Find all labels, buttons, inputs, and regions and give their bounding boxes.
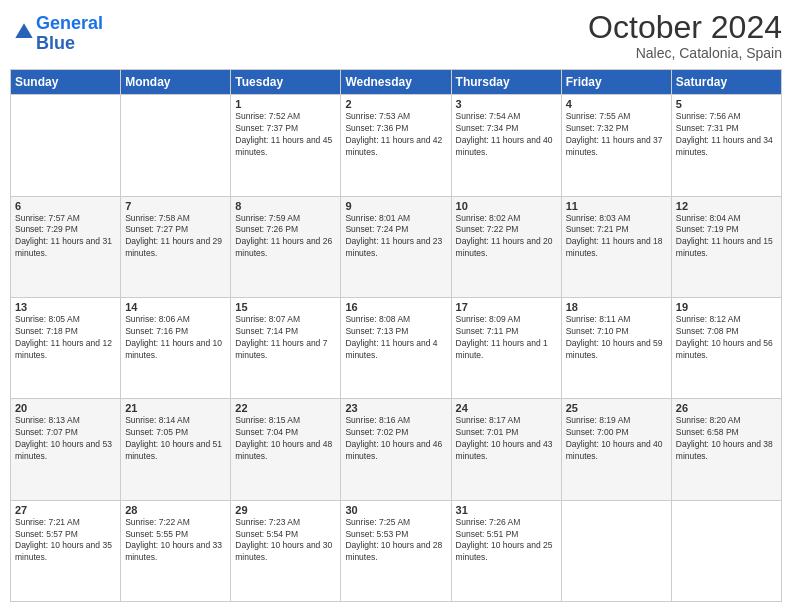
day-info: Sunrise: 8:04 AM Sunset: 7:19 PM Dayligh…: [676, 213, 777, 261]
col-saturday: Saturday: [671, 70, 781, 95]
day-info: Sunrise: 7:59 AM Sunset: 7:26 PM Dayligh…: [235, 213, 336, 261]
day-number: 29: [235, 504, 336, 516]
subtitle: Nalec, Catalonia, Spain: [588, 45, 782, 61]
header-row: Sunday Monday Tuesday Wednesday Thursday…: [11, 70, 782, 95]
day-number: 19: [676, 301, 777, 313]
day-cell: [561, 500, 671, 601]
day-number: 30: [345, 504, 446, 516]
day-cell: 27Sunrise: 7:21 AM Sunset: 5:57 PM Dayli…: [11, 500, 121, 601]
day-number: 23: [345, 402, 446, 414]
day-number: 1: [235, 98, 336, 110]
week-row-1: 6Sunrise: 7:57 AM Sunset: 7:29 PM Daylig…: [11, 196, 782, 297]
day-cell: 4Sunrise: 7:55 AM Sunset: 7:32 PM Daylig…: [561, 95, 671, 196]
logo-text: General Blue: [36, 14, 103, 54]
day-cell: 28Sunrise: 7:22 AM Sunset: 5:55 PM Dayli…: [121, 500, 231, 601]
day-number: 6: [15, 200, 116, 212]
day-cell: 29Sunrise: 7:23 AM Sunset: 5:54 PM Dayli…: [231, 500, 341, 601]
day-number: 10: [456, 200, 557, 212]
day-number: 25: [566, 402, 667, 414]
day-cell: 13Sunrise: 8:05 AM Sunset: 7:18 PM Dayli…: [11, 297, 121, 398]
day-cell: 26Sunrise: 8:20 AM Sunset: 6:58 PM Dayli…: [671, 399, 781, 500]
day-cell: 8Sunrise: 7:59 AM Sunset: 7:26 PM Daylig…: [231, 196, 341, 297]
week-row-2: 13Sunrise: 8:05 AM Sunset: 7:18 PM Dayli…: [11, 297, 782, 398]
day-info: Sunrise: 8:06 AM Sunset: 7:16 PM Dayligh…: [125, 314, 226, 362]
day-cell: 18Sunrise: 8:11 AM Sunset: 7:10 PM Dayli…: [561, 297, 671, 398]
day-cell: 7Sunrise: 7:58 AM Sunset: 7:27 PM Daylig…: [121, 196, 231, 297]
day-cell: [11, 95, 121, 196]
day-cell: 9Sunrise: 8:01 AM Sunset: 7:24 PM Daylig…: [341, 196, 451, 297]
day-info: Sunrise: 7:57 AM Sunset: 7:29 PM Dayligh…: [15, 213, 116, 261]
day-cell: 15Sunrise: 8:07 AM Sunset: 7:14 PM Dayli…: [231, 297, 341, 398]
day-info: Sunrise: 8:13 AM Sunset: 7:07 PM Dayligh…: [15, 415, 116, 463]
day-info: Sunrise: 8:14 AM Sunset: 7:05 PM Dayligh…: [125, 415, 226, 463]
day-number: 15: [235, 301, 336, 313]
day-number: 28: [125, 504, 226, 516]
day-info: Sunrise: 7:25 AM Sunset: 5:53 PM Dayligh…: [345, 517, 446, 565]
day-info: Sunrise: 7:26 AM Sunset: 5:51 PM Dayligh…: [456, 517, 557, 565]
day-number: 24: [456, 402, 557, 414]
day-number: 14: [125, 301, 226, 313]
calendar-body: 1Sunrise: 7:52 AM Sunset: 7:37 PM Daylig…: [11, 95, 782, 602]
day-number: 22: [235, 402, 336, 414]
day-info: Sunrise: 8:17 AM Sunset: 7:01 PM Dayligh…: [456, 415, 557, 463]
day-info: Sunrise: 8:15 AM Sunset: 7:04 PM Dayligh…: [235, 415, 336, 463]
day-cell: 23Sunrise: 8:16 AM Sunset: 7:02 PM Dayli…: [341, 399, 451, 500]
day-number: 17: [456, 301, 557, 313]
day-info: Sunrise: 8:12 AM Sunset: 7:08 PM Dayligh…: [676, 314, 777, 362]
day-number: 5: [676, 98, 777, 110]
col-thursday: Thursday: [451, 70, 561, 95]
title-block: October 2024 Nalec, Catalonia, Spain: [588, 10, 782, 61]
day-number: 8: [235, 200, 336, 212]
day-info: Sunrise: 7:54 AM Sunset: 7:34 PM Dayligh…: [456, 111, 557, 159]
col-wednesday: Wednesday: [341, 70, 451, 95]
day-number: 9: [345, 200, 446, 212]
day-info: Sunrise: 7:21 AM Sunset: 5:57 PM Dayligh…: [15, 517, 116, 565]
day-number: 2: [345, 98, 446, 110]
day-cell: 25Sunrise: 8:19 AM Sunset: 7:00 PM Dayli…: [561, 399, 671, 500]
day-info: Sunrise: 8:09 AM Sunset: 7:11 PM Dayligh…: [456, 314, 557, 362]
day-number: 26: [676, 402, 777, 414]
day-number: 4: [566, 98, 667, 110]
day-info: Sunrise: 8:01 AM Sunset: 7:24 PM Dayligh…: [345, 213, 446, 261]
col-friday: Friday: [561, 70, 671, 95]
calendar: Sunday Monday Tuesday Wednesday Thursday…: [10, 69, 782, 602]
day-info: Sunrise: 8:16 AM Sunset: 7:02 PM Dayligh…: [345, 415, 446, 463]
month-title: October 2024: [588, 10, 782, 45]
day-cell: 19Sunrise: 8:12 AM Sunset: 7:08 PM Dayli…: [671, 297, 781, 398]
day-cell: [121, 95, 231, 196]
day-cell: 17Sunrise: 8:09 AM Sunset: 7:11 PM Dayli…: [451, 297, 561, 398]
day-number: 18: [566, 301, 667, 313]
day-cell: 31Sunrise: 7:26 AM Sunset: 5:51 PM Dayli…: [451, 500, 561, 601]
day-cell: 30Sunrise: 7:25 AM Sunset: 5:53 PM Dayli…: [341, 500, 451, 601]
day-info: Sunrise: 8:02 AM Sunset: 7:22 PM Dayligh…: [456, 213, 557, 261]
day-cell: 20Sunrise: 8:13 AM Sunset: 7:07 PM Dayli…: [11, 399, 121, 500]
day-info: Sunrise: 7:53 AM Sunset: 7:36 PM Dayligh…: [345, 111, 446, 159]
week-row-3: 20Sunrise: 8:13 AM Sunset: 7:07 PM Dayli…: [11, 399, 782, 500]
day-info: Sunrise: 7:55 AM Sunset: 7:32 PM Dayligh…: [566, 111, 667, 159]
day-info: Sunrise: 8:19 AM Sunset: 7:00 PM Dayligh…: [566, 415, 667, 463]
day-info: Sunrise: 7:23 AM Sunset: 5:54 PM Dayligh…: [235, 517, 336, 565]
day-number: 16: [345, 301, 446, 313]
day-cell: 1Sunrise: 7:52 AM Sunset: 7:37 PM Daylig…: [231, 95, 341, 196]
day-info: Sunrise: 8:11 AM Sunset: 7:10 PM Dayligh…: [566, 314, 667, 362]
day-info: Sunrise: 7:22 AM Sunset: 5:55 PM Dayligh…: [125, 517, 226, 565]
col-monday: Monday: [121, 70, 231, 95]
day-cell: 24Sunrise: 8:17 AM Sunset: 7:01 PM Dayli…: [451, 399, 561, 500]
day-info: Sunrise: 7:58 AM Sunset: 7:27 PM Dayligh…: [125, 213, 226, 261]
logo: General Blue: [10, 10, 107, 58]
day-info: Sunrise: 8:03 AM Sunset: 7:21 PM Dayligh…: [566, 213, 667, 261]
day-cell: 6Sunrise: 7:57 AM Sunset: 7:29 PM Daylig…: [11, 196, 121, 297]
day-info: Sunrise: 8:05 AM Sunset: 7:18 PM Dayligh…: [15, 314, 116, 362]
day-cell: 10Sunrise: 8:02 AM Sunset: 7:22 PM Dayli…: [451, 196, 561, 297]
day-cell: 22Sunrise: 8:15 AM Sunset: 7:04 PM Dayli…: [231, 399, 341, 500]
day-number: 31: [456, 504, 557, 516]
day-number: 21: [125, 402, 226, 414]
day-info: Sunrise: 8:20 AM Sunset: 6:58 PM Dayligh…: [676, 415, 777, 463]
day-number: 7: [125, 200, 226, 212]
page: General Blue October 2024 Nalec, Catalon…: [0, 0, 792, 612]
day-number: 11: [566, 200, 667, 212]
day-number: 12: [676, 200, 777, 212]
day-cell: 3Sunrise: 7:54 AM Sunset: 7:34 PM Daylig…: [451, 95, 561, 196]
col-tuesday: Tuesday: [231, 70, 341, 95]
day-cell: 11Sunrise: 8:03 AM Sunset: 7:21 PM Dayli…: [561, 196, 671, 297]
